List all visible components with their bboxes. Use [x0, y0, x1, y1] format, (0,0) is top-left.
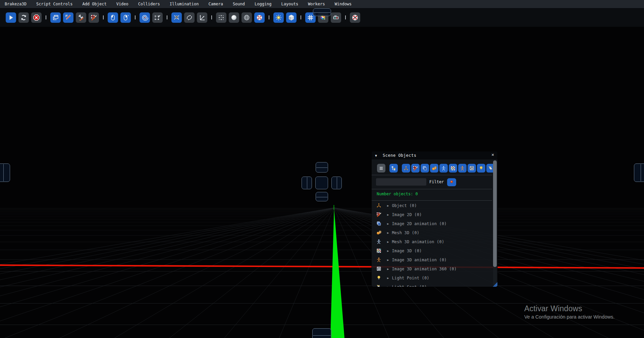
checker-brush-icon	[413, 165, 418, 171]
menu-item-video[interactable]: Video	[116, 2, 128, 6]
panel-title: Scene Objects	[383, 153, 416, 158]
tree-item-light-point-0[interactable]: ▶Light Point (0)	[372, 273, 492, 282]
mouse-left-button[interactable]	[108, 12, 118, 23]
axes-button[interactable]	[197, 12, 207, 23]
sphere-button[interactable]	[229, 12, 239, 23]
stop-icon	[33, 14, 40, 21]
refresh-button[interactable]	[18, 12, 29, 23]
panel-human-orange-button[interactable]	[458, 164, 467, 173]
tree-item-label: Object (0)	[392, 203, 417, 208]
menu-item-workers[interactable]: Workers	[308, 2, 325, 6]
tree-item-label: Image 2D animation (0)	[392, 221, 446, 226]
tree-item-image-3d-0[interactable]: ▶Image 3D (0)	[372, 246, 492, 255]
zoom-arrows-button[interactable]	[171, 12, 182, 23]
toolbar-separator	[210, 15, 214, 19]
nav-pad-right[interactable]	[331, 177, 342, 189]
human-blue-icon	[441, 165, 446, 171]
nav-pad-left[interactable]	[302, 177, 312, 189]
menu-item-logging[interactable]: Logging	[255, 2, 272, 6]
menu-item-add-object[interactable]: Add Object	[82, 2, 106, 6]
resize-grip[interactable]	[493, 282, 497, 287]
spiral-button[interactable]	[140, 12, 150, 23]
mouse-right-button[interactable]	[120, 12, 131, 23]
tree-item-mesh-3d-animation-0[interactable]: ▶Mesh 3D animation (0)	[372, 237, 492, 246]
expand-arrow-icon: ▶	[387, 276, 389, 280]
menu-item-camera[interactable]: Camera	[209, 2, 223, 6]
checkerball-icon	[256, 14, 263, 21]
scrollbar-thumb[interactable]	[493, 160, 497, 267]
edge-widget-divider	[3, 164, 4, 181]
grid-icon	[307, 14, 314, 21]
panel-header[interactable]: ▼ Scene Objects ✕	[372, 151, 497, 159]
panel-axis3-button[interactable]	[402, 164, 410, 173]
camera-button[interactable]	[331, 12, 341, 23]
panel-checker-color-button[interactable]	[449, 164, 457, 173]
panel-window-360-button[interactable]	[468, 164, 476, 173]
nav-pad-up[interactable]	[316, 162, 328, 173]
flashlight-icon	[488, 165, 493, 171]
menu-item-script-controls[interactable]: Script Controls	[36, 2, 72, 6]
menu-item-colliders[interactable]: Colliders	[138, 2, 160, 6]
nav-pad-center[interactable]	[315, 177, 328, 189]
layers-icon	[376, 221, 382, 226]
menu-item-sound[interactable]: Sound	[233, 2, 245, 6]
window-button[interactable]	[50, 12, 61, 23]
lifebuoy-button[interactable]	[350, 12, 360, 23]
checker-brush-button[interactable]	[89, 12, 99, 23]
transform-button[interactable]	[152, 12, 163, 23]
expand-arrow-icon: ▶	[387, 267, 389, 271]
panel-tree-button[interactable]	[389, 164, 398, 173]
edge-widget-top[interactable]	[313, 8, 331, 16]
checker-brush-icon	[90, 14, 97, 21]
toolbar-separator	[343, 15, 347, 19]
tree-item-image-2d-0[interactable]: ▶Image 2D (0)	[372, 210, 492, 219]
tree-item-light-spot-0[interactable]: ▶Light Spot (0)	[372, 282, 492, 287]
expand-arrow-icon: ▶	[387, 285, 389, 287]
tree-item-mesh-3d-0[interactable]: ▶Mesh 3D (0)	[372, 228, 492, 237]
panel-checker-brush-button[interactable]	[411, 164, 420, 173]
menu-item-brakeza3d[interactable]: Brakeza3D	[5, 2, 26, 6]
edge-widget-bottom[interactable]	[312, 328, 331, 338]
edge-widget-right[interactable]	[634, 163, 644, 182]
expand-arrow-icon: ▶	[387, 231, 389, 234]
hamburger-icon	[378, 165, 384, 171]
panel-layers-button[interactable]	[421, 164, 429, 173]
edge-widget-left[interactable]	[0, 163, 10, 182]
camera-icon	[332, 14, 339, 21]
menu-item-illumination[interactable]: Illumination	[170, 2, 199, 6]
axes-icon	[199, 14, 206, 21]
menu-item-layouts[interactable]: Layouts	[281, 2, 299, 6]
sun-button[interactable]	[273, 12, 284, 23]
panel-human-blue-button[interactable]	[439, 164, 448, 173]
play-button[interactable]	[6, 12, 16, 23]
panel-hamburger-button[interactable]	[377, 164, 385, 173]
stop-button[interactable]	[31, 12, 42, 23]
toolbar-separator	[165, 15, 169, 19]
collapse-triangle-icon[interactable]: ▼	[375, 154, 377, 157]
orbit-icon	[186, 14, 193, 21]
nav-pad-down[interactable]	[316, 192, 328, 201]
globe-button[interactable]	[241, 12, 252, 23]
filter-input[interactable]	[376, 178, 426, 186]
menu-item-windows[interactable]: Windows	[335, 2, 352, 6]
orbit-button[interactable]	[184, 12, 195, 23]
nav-pad-divider	[316, 197, 327, 197]
filter-button[interactable]	[447, 178, 456, 186]
panel-sphere-cube-button[interactable]	[430, 164, 438, 173]
menu-bar: Brakeza3DScript ControlsAdd ObjectVideoC…	[0, 0, 644, 8]
tree-item-image-2d-animation-0[interactable]: ▶Image 2D animation (0)	[372, 219, 492, 228]
tree-item-image-3d-animation-360-0[interactable]: ▶Image 3D animation 360 (0)	[372, 264, 492, 273]
filter-dot-icon	[449, 179, 454, 186]
tree-item-label: Image 3D (0)	[392, 249, 422, 253]
bone-brush-button[interactable]	[76, 12, 86, 23]
object-count-label: Number objects: 0	[377, 192, 418, 196]
cube-button[interactable]	[286, 12, 297, 23]
dots-button[interactable]	[216, 12, 226, 23]
brakeza3d-window: Activar Windows Ve a Configuración para …	[0, 0, 644, 338]
checkerball-button[interactable]	[254, 12, 265, 23]
tree-item-image-3d-animation-0[interactable]: ▶Image 3D animation (0)	[372, 255, 492, 264]
pen-ruler-button[interactable]	[63, 12, 73, 23]
panel-bulb-button[interactable]	[477, 164, 485, 173]
tree-item-object-0[interactable]: ▶Object (0)	[372, 201, 492, 210]
close-icon[interactable]: ✕	[491, 152, 494, 157]
